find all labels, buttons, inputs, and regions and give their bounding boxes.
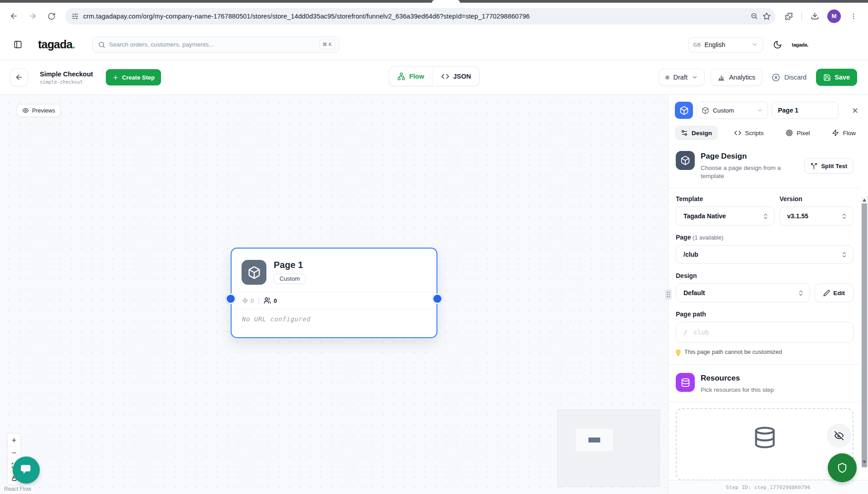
browser-refresh-button[interactable] [43,8,60,24]
eye-off-icon [834,431,844,441]
panel-scrollbar[interactable] [861,196,868,466]
section-title: Page Design [701,151,791,161]
node-handle-right[interactable] [432,294,442,304]
search-icon [98,41,105,48]
app-header: tagada. ⌘ K GB English tagada. [0,29,868,60]
browser-back-button[interactable] [5,8,22,24]
discard-button[interactable]: Discard [768,73,810,82]
scrollbar-down-arrow[interactable] [863,461,866,464]
bookmark-star-icon[interactable] [763,12,771,20]
analytics-button[interactable]: Analytics [711,69,762,86]
back-button[interactable] [10,68,28,86]
lightbulb-icon [676,349,681,354]
step-type-select[interactable]: Custom [697,102,768,119]
step-id-footer: Step ID: step_1770298860796 [669,480,868,494]
address-bar[interactable]: crm.tagadapay.com/org/my-company-name-17… [65,8,775,24]
logo-green-dot: . [72,38,75,51]
language-flag-code: GB [693,42,701,47]
site-info-icon[interactable] [71,13,79,20]
url-text[interactable]: crm.tagadapay.com/org/my-company-name-17… [83,13,746,20]
step-node-page-1[interactable]: Page 1 Custom 0 | 0 No URL configured [231,248,437,338]
node-handle-left[interactable] [226,294,236,304]
target-icon [786,129,793,136]
shield-icon [837,462,848,473]
step-inspector-panel: Custom Design Scripts [668,95,868,494]
split-test-button[interactable]: Split Test [804,158,854,174]
version-select[interactable]: v3.1.55 [779,207,854,226]
scrollbar-thumb[interactable] [862,203,867,467]
search-input[interactable] [109,41,316,48]
page-label: Page (1 available) [676,234,854,241]
node-header: Page 1 Custom [232,249,436,292]
database-icon [753,426,777,449]
global-search[interactable]: ⌘ K [92,37,339,53]
path-prefix: / [683,329,687,336]
save-button[interactable]: Save [816,69,857,86]
tagada-logo[interactable]: tagada. [38,38,75,51]
browser-toolbar: crm.tagadapay.com/org/my-company-name-17… [0,3,868,29]
browser-profile-avatar[interactable]: M [827,9,841,23]
panel-header: Custom [675,102,862,119]
tab-scripts[interactable]: Scripts [728,126,769,140]
design-select[interactable]: Default [676,283,810,302]
browser-forward-button[interactable] [24,8,41,24]
tagada-mini-logo[interactable]: tagada. [792,42,808,47]
resources-empty-dropzone[interactable] [676,408,854,480]
node-url-note: No URL configured [232,309,436,329]
language-select[interactable]: GB English [688,37,763,52]
previews-button[interactable]: Previews [17,104,61,117]
create-step-button[interactable]: Create Step [106,69,161,85]
chevron-down-icon [692,74,698,80]
chat-widget-button[interactable] [13,456,40,484]
privacy-shield-button[interactable] [828,453,857,482]
node-stats: 0 | 0 [232,292,436,309]
dark-mode-moon-icon[interactable] [773,40,782,49]
view-json-tab[interactable]: JSON [432,67,479,86]
tab-design[interactable]: Design [675,126,718,140]
scrollbar-up-arrow[interactable] [863,198,866,202]
hide-panel-eye-off-button[interactable] [827,423,851,448]
funnel-toolbar: Simple Checkout simple-checkout Create S… [0,60,868,95]
zoom-out-button[interactable] [8,447,20,459]
minimap-node [588,438,600,442]
downloads-icon[interactable] [806,8,823,24]
code-icon [441,72,449,80]
chat-bubble-icon [19,462,33,478]
header-right: GB English tagada. [688,37,868,52]
path-note: This page path cannot be customized [676,348,854,355]
page-select[interactable]: /club [676,245,854,264]
zoom-in-button[interactable] [8,434,20,447]
template-select[interactable]: Tagada Native [676,207,775,226]
save-floppy-icon [823,74,831,81]
tab-pixel[interactable]: Pixel [780,126,816,140]
view-flow-tab[interactable]: Flow [389,67,432,86]
browser-menu-kebab-icon[interactable] [845,8,862,24]
step-name-input[interactable] [772,102,839,119]
page-path-input[interactable]: / club [676,322,854,343]
panel-resize-grip[interactable] [665,289,672,300]
funnel-slug: simple-checkout [40,79,93,85]
chevron-down-icon [757,107,763,113]
divider [669,402,861,402]
status-dropdown[interactable]: Draft [659,69,705,86]
canvas-minimap[interactable] [557,409,660,487]
pencil-icon [823,290,830,296]
users-icon [264,297,271,304]
cube-icon [676,151,695,170]
close-icon[interactable] [848,104,862,117]
chevrons-up-down-icon [841,251,848,258]
bar-chart-icon [717,74,725,81]
plus-icon [112,74,119,81]
sitemap-icon [397,72,405,80]
edit-design-button[interactable]: Edit [815,283,854,302]
zoom-page-icon[interactable] [750,12,758,20]
panel-tabs: Design Scripts Pixel Flow [675,126,862,140]
step-type-icon-button[interactable] [675,102,693,119]
tab-flow[interactable]: Flow [826,126,862,140]
node-title: Page 1 [274,260,306,270]
extensions-puzzle-icon[interactable] [781,8,797,24]
sliders-icon [681,129,688,136]
flow-canvas[interactable]: Previews Page 1 Custom 0 [0,95,668,494]
sidebar-toggle-icon[interactable] [10,37,25,52]
section-subtitle: Pick resources for this step [701,386,774,394]
